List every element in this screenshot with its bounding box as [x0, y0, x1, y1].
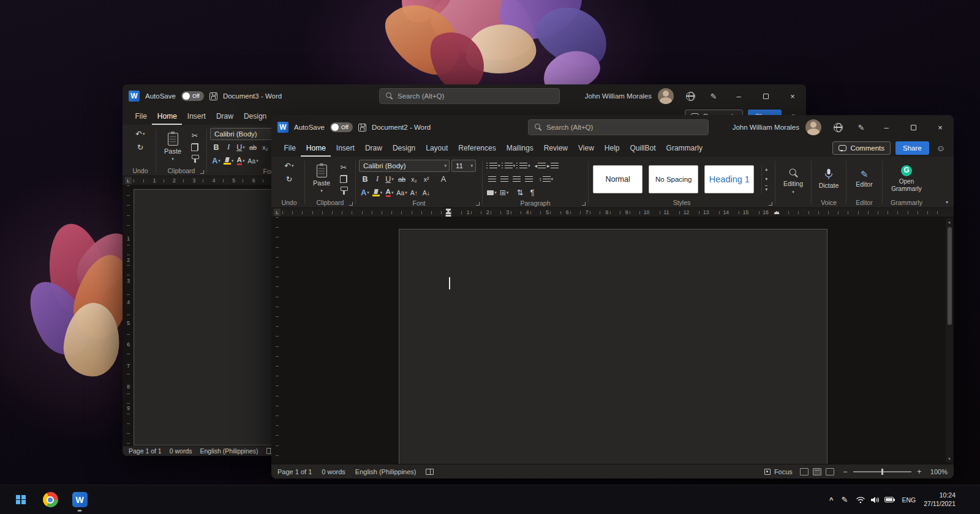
align-left-button[interactable]: [486, 173, 498, 185]
dictate-button[interactable]: Dictate: [815, 159, 843, 198]
redo-button[interactable]: ↻: [283, 173, 295, 185]
tab-design[interactable]: Design: [387, 140, 420, 157]
search-box[interactable]: Search (Alt+Q): [379, 88, 560, 104]
undo-button[interactable]: ↶▾: [283, 159, 295, 172]
maximize-button[interactable]: [752, 84, 779, 108]
align-center-button[interactable]: [498, 173, 510, 185]
editor-button[interactable]: ✎ Editor: [850, 159, 879, 198]
styles-more-button[interactable]: ▾: [765, 185, 767, 192]
change-case-button[interactable]: Aa▾: [396, 186, 408, 199]
tray-language-indicator[interactable]: ENG: [902, 496, 916, 504]
align-right-button[interactable]: [510, 173, 522, 185]
zoom-percentage[interactable]: 100%: [930, 468, 948, 475]
styles-scroll-up-button[interactable]: ▴: [765, 166, 767, 172]
shading-button[interactable]: ▾: [486, 186, 498, 199]
tab-layout[interactable]: Layout: [421, 140, 453, 157]
collapse-ribbon-button[interactable]: ▾: [946, 199, 948, 205]
tab-grammarly[interactable]: Grammarly: [661, 140, 707, 157]
show-paragraph-marks-button[interactable]: ¶: [526, 186, 538, 199]
page-indicator[interactable]: Page 1 of 1: [129, 447, 162, 455]
strikethrough-button[interactable]: ab: [247, 141, 259, 154]
format-painter-button[interactable]: [189, 153, 201, 164]
clear-formatting-button[interactable]: A: [437, 173, 450, 185]
tab-help[interactable]: Help: [599, 140, 625, 157]
format-painter-button[interactable]: [337, 185, 350, 196]
justify-button[interactable]: [522, 173, 535, 185]
pen-addin-button[interactable]: ✎: [850, 115, 873, 140]
copy-button[interactable]: [189, 141, 201, 152]
page-indicator[interactable]: Page 1 of 1: [277, 468, 312, 475]
tab-design[interactable]: Design: [238, 108, 271, 125]
copy-button[interactable]: [337, 173, 350, 184]
font-name-select[interactable]: Calibri (Body) ▾: [359, 160, 450, 172]
comments-button[interactable]: Comments: [832, 141, 891, 155]
tray-system-cluster[interactable]: [856, 496, 894, 504]
italic-button[interactable]: I: [222, 141, 235, 154]
save-icon[interactable]: [209, 92, 217, 100]
avatar[interactable]: [658, 88, 674, 104]
title-bar[interactable]: W AutoSave Off Document3 - Word Search (…: [123, 84, 806, 108]
document-page[interactable]: [399, 229, 827, 464]
tab-references[interactable]: References: [453, 140, 501, 157]
style-heading-1[interactable]: Heading 1: [704, 165, 754, 193]
text-effects-button[interactable]: A▾: [359, 186, 371, 199]
text-effects-button[interactable]: A▾: [210, 154, 222, 167]
globe-addin-button[interactable]: [679, 84, 702, 108]
read-mode-button[interactable]: [800, 468, 809, 475]
tab-draw[interactable]: Draw: [360, 140, 387, 157]
shrink-font-button[interactable]: A↓: [420, 186, 432, 199]
left-indent-marker[interactable]: [446, 215, 451, 217]
increase-indent-button[interactable]: ▸: [546, 159, 559, 172]
tab-view[interactable]: View: [573, 140, 600, 157]
tab-insert[interactable]: Insert: [182, 108, 211, 125]
highlight-button[interactable]: ▾: [222, 154, 235, 167]
zoom-in-button[interactable]: +: [916, 467, 923, 476]
editing-button[interactable]: Editing ▾: [778, 159, 808, 204]
subscript-button[interactable]: x₂: [408, 173, 420, 185]
clock[interactable]: 10:24 27/11/2021: [924, 491, 956, 508]
scroll-up-icon[interactable]: ▴: [948, 220, 951, 225]
cut-button[interactable]: ✂: [337, 162, 350, 173]
paste-button[interactable]: Paste ▾: [308, 159, 335, 198]
multilevel-list-button[interactable]: ▾: [516, 159, 531, 172]
word-count[interactable]: 0 words: [170, 447, 192, 455]
tab-file[interactable]: File: [279, 140, 301, 157]
maximize-button[interactable]: [900, 115, 927, 140]
highlight-button[interactable]: ▾: [371, 186, 383, 199]
start-button[interactable]: [9, 488, 33, 512]
title-bar[interactable]: W AutoSave Off Document2 - Word Search (…: [271, 115, 954, 140]
borders-button[interactable]: ⊞▾: [498, 186, 510, 199]
tab-file[interactable]: File: [130, 108, 152, 125]
tab-review[interactable]: Review: [538, 140, 573, 157]
vertical-scrollbar[interactable]: ▴ ▾: [946, 218, 953, 463]
bold-button[interactable]: B: [359, 173, 371, 185]
open-grammarly-button[interactable]: G Open Grammarly: [886, 159, 927, 198]
proofing-icon[interactable]: [426, 469, 434, 475]
globe-addin-button[interactable]: [826, 115, 850, 140]
share-button[interactable]: Share: [895, 141, 929, 155]
clipboard-dialog-launcher[interactable]: [200, 170, 204, 174]
feedback-smiley-icon[interactable]: ☺: [934, 143, 948, 153]
decrease-indent-button[interactable]: ◂: [534, 159, 547, 172]
redo-button[interactable]: ↻: [134, 141, 146, 154]
tab-home[interactable]: Home: [301, 140, 331, 157]
vertical-ruler[interactable]: [274, 217, 281, 464]
autosave-toggle[interactable]: Off: [181, 91, 204, 101]
search-box[interactable]: Search (Alt+Q): [528, 119, 709, 135]
tray-chevron-icon[interactable]: ^: [829, 496, 833, 504]
clipboard-dialog-launcher[interactable]: [349, 202, 353, 206]
horizontal-ruler[interactable]: L 12345678910111213141516: [271, 208, 954, 217]
underline-button[interactable]: U▾: [383, 173, 396, 185]
font-dialog-launcher[interactable]: [476, 202, 480, 206]
language-indicator[interactable]: English (Philippines): [355, 468, 417, 475]
tab-quillbot[interactable]: QuillBot: [625, 140, 661, 157]
tab-insert[interactable]: Insert: [331, 140, 360, 157]
ruler-origin-box[interactable]: L: [274, 209, 281, 216]
subscript-button[interactable]: x₂: [259, 141, 271, 154]
zoom-slider-thumb[interactable]: [881, 469, 883, 475]
font-color-button[interactable]: A▾: [235, 154, 247, 167]
undo-button[interactable]: ↶▾: [134, 127, 146, 140]
font-color-button[interactable]: A▾: [383, 186, 396, 199]
focus-toggle[interactable]: Focus: [764, 468, 793, 475]
language-indicator[interactable]: English (Philippines): [200, 447, 258, 455]
